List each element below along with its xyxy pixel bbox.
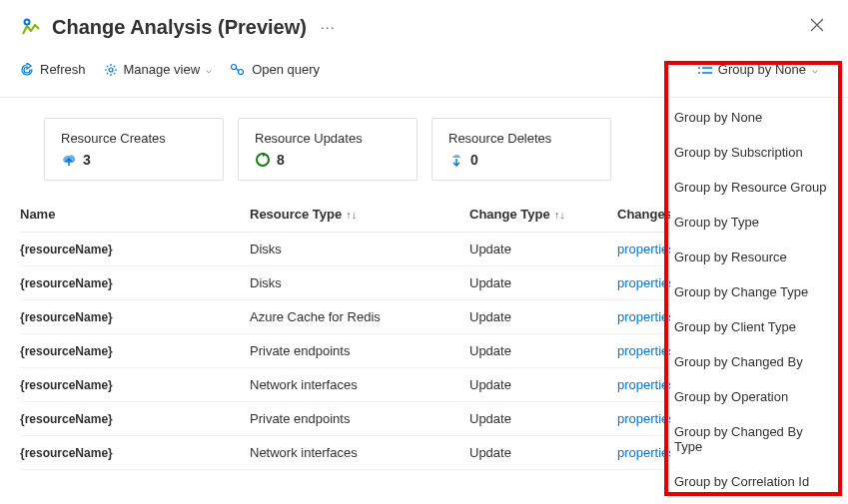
card-value: 0 [470,152,478,168]
more-menu-button[interactable]: ··· [321,19,336,35]
card-title: Resource Creates [61,131,207,146]
dropdown-item[interactable]: Group by None [670,100,836,135]
dropdown-item[interactable]: Group by Correlation Id [670,464,836,499]
update-icon [255,152,271,168]
change-analysis-icon [20,16,42,38]
chevron-down-icon: ⌵ [812,64,818,75]
dropdown-item[interactable]: Group by Changed By [670,344,836,379]
th-name[interactable]: Name [20,207,250,222]
dropdown-item[interactable]: Group by Changed By Type [670,414,836,464]
svg-point-1 [26,21,29,24]
page-title: Change Analysis (Preview) [52,16,307,39]
toolbar: Refresh Manage view ⌵ Open query Group b… [0,50,848,98]
close-button[interactable] [806,14,828,40]
svg-point-2 [109,68,113,72]
resource-updates-card[interactable]: Resource Updates 8 [238,118,418,181]
dropdown-item[interactable]: Group by Resource Group [670,170,836,205]
manage-view-button[interactable]: Manage view ⌵ [104,62,213,77]
card-value: 3 [83,152,91,168]
open-query-label: Open query [252,62,320,77]
cell-name: {resourceName} [20,310,250,324]
sort-icon: ↑↓ [346,209,357,221]
card-value: 8 [277,152,285,168]
manage-view-label: Manage view [124,62,201,77]
query-icon [230,63,246,77]
svg-point-3 [232,64,237,69]
card-title: Resource Deletes [448,131,594,146]
header-bar: Change Analysis (Preview) ··· [0,0,848,50]
th-resource-type[interactable]: Resource Type↑↓ [250,207,469,222]
group-by-button[interactable]: Group by None ⌵ [688,56,828,83]
dropdown-item[interactable]: Group by Subscription [670,135,836,170]
cell-resource-type: Disks [250,242,469,256]
cell-change-type: Update [469,377,617,392]
dropdown-item[interactable]: Group by Operation [670,379,836,414]
cell-name: {resourceName} [20,446,250,460]
cell-name: {resourceName} [20,378,250,392]
cell-change-type: Update [469,275,617,290]
svg-point-4 [239,69,244,74]
refresh-button[interactable]: Refresh [20,62,86,77]
cell-change-type: Update [469,445,617,460]
refresh-label: Refresh [40,62,86,77]
th-change-type[interactable]: Change Type↑↓ [469,207,617,222]
open-query-button[interactable]: Open query [230,62,320,77]
resource-creates-card[interactable]: Resource Creates 3 [44,118,224,181]
gear-icon [104,63,118,77]
cell-change-type: Update [469,309,617,324]
cell-change-type: Update [469,411,617,426]
dropdown-item[interactable]: Group by Resource [670,240,836,274]
create-icon [61,152,77,168]
group-by-dropdown: Group by NoneGroup by SubscriptionGroup … [670,100,836,499]
delete-icon [448,152,464,168]
cell-resource-type: Private endpoints [250,343,469,358]
cell-resource-type: Private endpoints [250,411,469,426]
chevron-down-icon: ⌵ [206,64,212,75]
cell-resource-type: Disks [250,275,469,290]
group-by-label: Group by None [718,62,806,77]
card-title: Resource Updates [255,131,401,146]
cell-resource-type: Network interfaces [250,377,469,392]
dropdown-item[interactable]: Group by Type [670,205,836,240]
cell-change-type: Update [469,343,617,358]
dropdown-item[interactable]: Group by Change Type [670,274,836,309]
cell-resource-type: Azure Cache for Redis [250,309,469,324]
resource-deletes-card[interactable]: Resource Deletes 0 [431,118,611,181]
dropdown-item[interactable]: Group by Client Type [670,309,836,344]
list-icon [698,62,712,77]
cell-name: {resourceName} [20,412,250,426]
cell-resource-type: Network interfaces [250,445,469,460]
refresh-icon [20,63,34,77]
cell-name: {resourceName} [20,344,250,358]
cell-change-type: Update [469,242,617,256]
cell-name: {resourceName} [20,276,250,290]
cell-name: {resourceName} [20,243,250,256]
sort-icon: ↑↓ [554,209,565,221]
